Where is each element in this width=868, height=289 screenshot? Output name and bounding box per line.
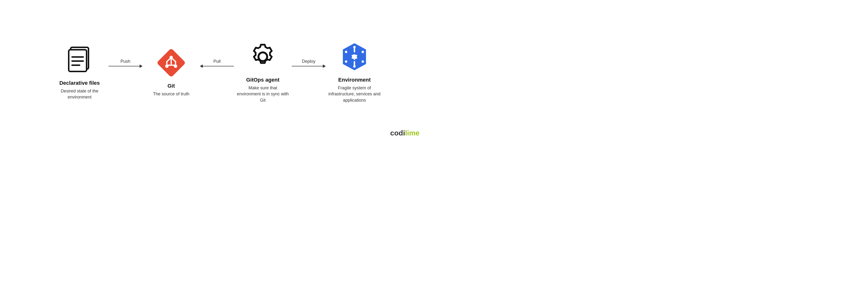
component-environment: Environment Fragile system of infrastruc… [328,41,381,103]
declarative-files-icon-area [64,44,95,76]
git-icon [157,48,186,77]
gitops-agent-title: GitOps agent [246,77,279,83]
codilime-lime: lime [405,129,420,137]
environment-icon-area [339,41,370,73]
component-gitops-agent: GitOps agent Make sure that environment … [236,41,289,103]
push-arrow-line [108,66,142,66]
component-declarative-files: Declarative files Desired state of the e… [53,44,106,100]
git-desc: The source of truth [153,91,189,97]
declarative-files-title: Declarative files [59,80,100,86]
arrow-pull: Pull [198,57,236,66]
svg-point-18 [353,46,355,48]
gitops-agent-icon-area [247,41,278,73]
environment-desc: Fragile system of infrastructure, servic… [328,85,381,103]
git-title: Git [167,83,175,89]
codilime-codi: codi [390,129,405,137]
deploy-arrow-line [292,66,326,66]
gear-icon [248,42,277,71]
environment-title: Environment [338,77,371,83]
declarative-files-desc: Desired state of the environment [53,88,106,100]
git-icon-area [156,47,187,79]
pull-label: Pull [213,59,221,64]
kubernetes-icon [340,42,369,71]
document-icon [66,46,93,75]
pull-arrow-line [200,66,234,66]
arrow-push: Push [106,57,145,66]
push-label: Push [120,59,130,64]
arrow-deploy: Deploy [289,57,328,66]
codilime-logo: codilime [390,129,420,137]
component-git: Git The source of truth [145,47,198,97]
diagram-container: Declarative files Desired state of the e… [0,0,434,144]
svg-point-26 [353,65,355,67]
gitops-agent-desc: Make sure that environment is in sync wi… [236,85,289,103]
deploy-label: Deploy [302,59,315,64]
